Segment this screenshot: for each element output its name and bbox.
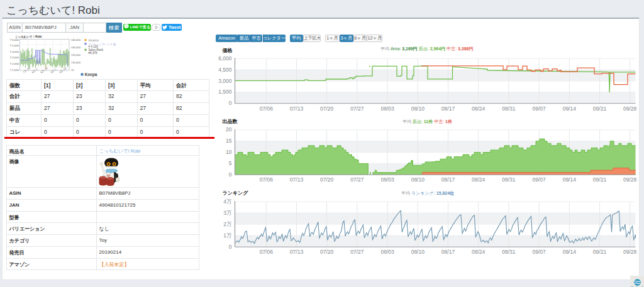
svg-text:09/14: 09/14: [563, 106, 577, 112]
svg-text:07/20: 07/20: [320, 176, 334, 183]
svg-text:07/20: 07/20: [320, 249, 334, 255]
svg-text:1,500: 1,500: [218, 89, 232, 95]
svg-text:07/13: 07/13: [290, 249, 304, 255]
svg-text:15: 15: [226, 138, 232, 144]
svg-text:08/31: 08/31: [502, 249, 516, 255]
svg-text:08/17: 08/17: [441, 249, 455, 255]
svg-text:07/06: 07/06: [260, 249, 274, 255]
svg-text:6,000: 6,000: [218, 55, 232, 62]
svg-text:08/17: 08/17: [441, 106, 455, 112]
svg-text:2万: 2万: [223, 221, 232, 227]
svg-text:07/13: 07/13: [290, 106, 304, 112]
svg-text:07/20: 07/20: [320, 106, 334, 112]
svg-text:08/17: 08/17: [441, 176, 455, 183]
svg-text:09/21: 09/21: [593, 106, 607, 112]
svg-text:4,500: 4,500: [218, 67, 232, 73]
svg-text:08/03: 08/03: [380, 106, 394, 112]
svg-text:09/07: 09/07: [532, 176, 546, 183]
svg-text:3,000: 3,000: [218, 78, 232, 84]
svg-text:07/06: 07/06: [260, 106, 274, 112]
svg-text:0: 0: [229, 100, 232, 106]
svg-text:1万: 1万: [223, 232, 232, 239]
svg-text:08/24: 08/24: [472, 249, 486, 255]
svg-text:08/10: 08/10: [411, 176, 425, 183]
svg-text:3万: 3万: [223, 210, 232, 216]
svg-text:09/21: 09/21: [593, 176, 607, 183]
svg-text:08/10: 08/10: [411, 106, 425, 112]
svg-text:08/24: 08/24: [472, 106, 486, 112]
svg-text:09/28: 09/28: [623, 106, 637, 112]
svg-text:10: 10: [226, 149, 232, 155]
svg-text:09/07: 09/07: [532, 249, 546, 255]
svg-text:09/28: 09/28: [623, 249, 637, 255]
svg-text:0: 0: [229, 171, 232, 178]
svg-text:08/03: 08/03: [380, 176, 394, 183]
svg-text:07/27: 07/27: [350, 106, 364, 112]
svg-text:07/27: 07/27: [350, 176, 364, 183]
svg-text:4万: 4万: [223, 198, 232, 205]
svg-text:07/06: 07/06: [260, 176, 274, 183]
svg-text:20: 20: [226, 126, 232, 133]
svg-text:07/27: 07/27: [350, 249, 364, 255]
svg-text:08/31: 08/31: [502, 176, 516, 183]
svg-text:5: 5: [229, 160, 232, 166]
svg-text:08/24: 08/24: [472, 176, 486, 183]
svg-text:09/21: 09/21: [593, 249, 607, 255]
svg-text:09/14: 09/14: [563, 249, 577, 255]
svg-text:08/10: 08/10: [411, 249, 425, 255]
svg-text:09/07: 09/07: [532, 106, 546, 112]
svg-text:0: 0: [229, 244, 232, 250]
svg-text:09/28: 09/28: [623, 176, 637, 183]
svg-text:09/14: 09/14: [563, 176, 577, 183]
svg-text:07/13: 07/13: [290, 176, 304, 183]
svg-text:08/03: 08/03: [380, 249, 394, 255]
svg-text:08/31: 08/31: [502, 106, 516, 112]
